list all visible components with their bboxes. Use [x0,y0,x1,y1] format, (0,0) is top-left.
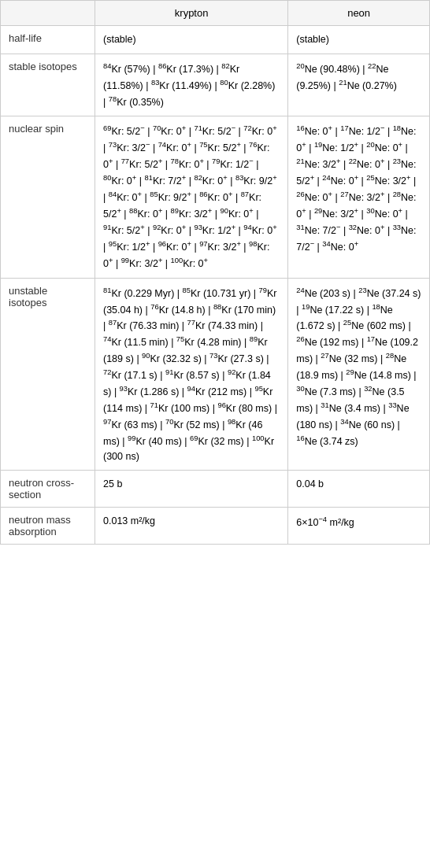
krypton-neutron-cross-section: 25 b [95,471,288,508]
krypton-half-life: (stable) [95,26,288,54]
table-row: stable isotopes 84Kr (57%) | 86Kr (17.3%… [1,54,430,116]
column-header-empty [1,1,95,26]
neon-stable-isotopes: 20Ne (90.48%) | 22Ne (9.25%) | 21Ne (0.2… [288,54,430,116]
row-label-unstable-isotopes: unstable isotopes [1,278,95,471]
krypton-nuclear-spin: 69Kr: 5/2− | 70Kr: 0+ | 71Kr: 5/2− | 72K… [95,116,288,278]
table-row: neutron cross-section 25 b 0.04 b [1,471,430,508]
row-label-nuclear-spin: nuclear spin [1,116,95,278]
neon-neutron-cross-section: 0.04 b [288,471,430,508]
table-row: neutron mass absorption 0.013 m²/kg 6×10… [1,508,430,545]
column-header-krypton: krypton [95,1,288,26]
row-label-half-life: half-life [1,26,95,54]
table-row: unstable isotopes 81Kr (0.229 Myr) | 85K… [1,278,430,471]
table-row: half-life (stable) (stable) [1,26,430,54]
column-header-neon: neon [288,1,430,26]
krypton-unstable-isotopes: 81Kr (0.229 Myr) | 85Kr (10.731 yr) | 79… [95,278,288,471]
table-row: nuclear spin 69Kr: 5/2− | 70Kr: 0+ | 71K… [1,116,430,278]
row-label-neutron-cross-section: neutron cross-section [1,471,95,508]
neon-unstable-isotopes: 24Ne (203 s) | 23Ne (37.24 s) | 19Ne (17… [288,278,430,471]
row-label-stable-isotopes: stable isotopes [1,54,95,116]
krypton-stable-isotopes: 84Kr (57%) | 86Kr (17.3%) | 82Kr (11.58%… [95,54,288,116]
krypton-neutron-mass-absorption: 0.013 m²/kg [95,508,288,545]
row-label-neutron-mass-absorption: neutron mass absorption [1,508,95,545]
neon-nuclear-spin: 16Ne: 0+ | 17Ne: 1/2− | 18Ne: 0+ | 19Ne:… [288,116,430,278]
neon-half-life: (stable) [288,26,430,54]
neon-neutron-mass-absorption: 6×10−4 m²/kg [288,508,430,545]
